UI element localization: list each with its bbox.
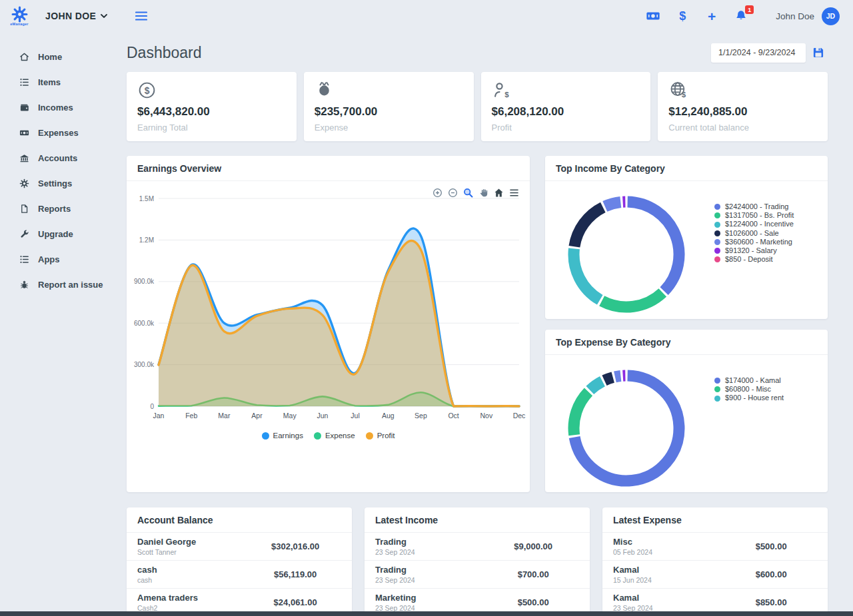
pan-icon[interactable] [478,188,488,198]
svg-text:Aug: Aug [382,412,395,420]
selection-zoom-icon[interactable] [463,188,473,198]
app-logo[interactable]: eManager [8,6,31,26]
stat-label: Expense [315,123,463,133]
bug-icon [19,279,29,290]
legend-item-expense[interactable]: Expense [314,432,355,440]
table-row: Trading23 Sep 2024 $700.00 [365,561,590,589]
list-icon [19,254,29,264]
card-title: Earnings Overview [127,156,530,181]
sidebar-item-expenses[interactable]: Expenses [19,120,127,145]
account-balance-card: Account Balance Daniel GeorgeScott Tanne… [127,507,352,616]
sidebar-item-label: Expenses [38,128,79,138]
notification-badge: 1 [745,5,754,14]
date-range-input[interactable] [711,43,806,63]
stat-card-current-total-balance: $ $12,240,885.00 Current total balance [658,72,828,141]
legend-dot [714,212,720,218]
sidebar-item-label: Reports [38,204,71,214]
save-button[interactable] [812,45,828,61]
svg-text:Mar: Mar [218,412,231,420]
sidebar-item-home[interactable]: Home [19,44,127,69]
legend-item-earnings[interactable]: Earnings [262,432,303,440]
top-expense-card: Top Expense By Category $174000 - Kamal … [545,330,828,492]
stat-value: $6,208,120.00 [492,105,640,119]
avatar[interactable]: JD [822,7,840,25]
sidebar-item-apps[interactable]: Apps [19,246,127,272]
sidebar-item-label: Incomes [38,103,73,113]
legend-dot [714,222,720,228]
table-row: cashcash $56,119.00 [127,561,352,589]
sidebar-item-label: Accounts [38,153,77,163]
svg-text:$: $ [682,91,686,99]
svg-text:1.2M: 1.2M [139,236,154,244]
latest-income-card: Latest Income Trading23 Sep 2024 $9,000.… [365,507,590,616]
sidebar-item-settings[interactable]: Settings [19,170,127,196]
zoom-in-icon[interactable] [432,188,442,198]
svg-text:Feb: Feb [185,412,197,420]
app-window: eManager JOHN DOE $ + 1 John Doe JD [0,0,853,616]
add-icon[interactable]: + [704,8,720,24]
legend-dot [714,239,720,245]
stat-label: Earning Total [137,123,286,133]
notifications-bell-icon[interactable]: 1 [733,8,749,24]
user-display-name: John Doe [776,11,814,21]
banknote-icon [19,127,29,138]
stat-value: $6,443,820.00 [137,105,286,119]
card-title: Account Balance [127,507,352,533]
svg-text:Jun: Jun [317,412,328,420]
svg-text:Apr: Apr [251,412,263,420]
legend-item[interactable]: $1224000 - Incentive [714,220,794,228]
svg-text:Sep: Sep [415,412,427,420]
dollar-icon[interactable]: $ [674,8,690,24]
earnings-overview-card: Earnings Overview 1.5M1.2M900.0k600.0k30… [127,156,530,492]
legend-item[interactable]: $2424000 - Trading [714,202,794,211]
income-donut-chart[interactable] [568,196,685,313]
sidebar-item-incomes[interactable]: Incomes [19,95,127,120]
stat-card-earning-total: $ $6,443,820.00 Earning Total [127,72,297,141]
sidebar-item-label: Items [38,77,61,87]
legend-dot [714,248,720,254]
svg-text:300.0k: 300.0k [134,361,155,368]
svg-text:Nov: Nov [480,412,492,420]
legend-dot [714,386,720,392]
reset-zoom-home-icon[interactable] [494,188,504,198]
gear-logo-icon [11,6,28,23]
legend-item[interactable]: $91320 - Salary [714,246,794,255]
home-icon [19,51,29,62]
earnings-area-chart[interactable]: 1.5M1.2M900.0k600.0k300.0k0JanFebMarAprM… [131,189,526,428]
page-title: Dashboard [127,44,202,62]
chevron-down-icon [101,14,107,18]
svg-text:Jul: Jul [351,412,359,420]
user-menu[interactable]: JOHN DOE [45,11,107,21]
legend-item-profit[interactable]: Profit [366,432,395,440]
sidebar-item-upgrade[interactable]: Upgrade [19,221,127,246]
sidebar-item-label: Home [38,52,62,62]
stat-value: $12,240,885.00 [668,105,817,119]
stat-label: Profit [492,123,640,133]
legend-item[interactable]: $174000 - Kamal [714,376,784,385]
table-row: Daniel GeorgeScott Tanner $302,016.00 [127,533,352,561]
menu-toggle-icon[interactable] [135,11,147,21]
top-income-card: Top Income By Category $2424000 - Tradin… [545,156,828,319]
table-row: Trading23 Sep 2024 $9,000.00 [365,533,590,561]
cash-icon[interactable] [645,8,661,24]
legend-item[interactable]: $60800 - Misc [714,385,784,394]
sidebar-item-report-an-issue[interactable]: Report an issue [19,272,127,297]
legend-item[interactable]: $360600 - Marketing [714,238,794,246]
svg-text:900.0k: 900.0k [134,278,155,285]
sidebar-item-reports[interactable]: Reports [19,196,127,221]
stat-label: Current total balance [668,123,817,133]
chart-menu-icon[interactable] [509,188,519,198]
sidebar-item-label: Apps [38,254,60,264]
money-bag-icon [315,81,463,101]
legend-item[interactable]: $900 - House rent [714,394,784,402]
stats-row: $ $6,443,820.00 Earning Total $235,700.0… [127,72,828,141]
sidebar-item-accounts[interactable]: Accounts [19,145,127,170]
legend-item[interactable]: $1317050 - Bs. Profit [714,211,794,220]
wrench-icon [19,228,29,239]
zoom-out-icon[interactable] [448,188,458,198]
legend-item[interactable]: $1026000 - Sale [714,229,794,238]
legend-item[interactable]: $850 - Deposit [714,255,794,264]
expense-donut-chart[interactable] [568,370,685,487]
svg-text:1.5M: 1.5M [139,195,154,202]
sidebar-item-items[interactable]: Items [19,69,127,95]
